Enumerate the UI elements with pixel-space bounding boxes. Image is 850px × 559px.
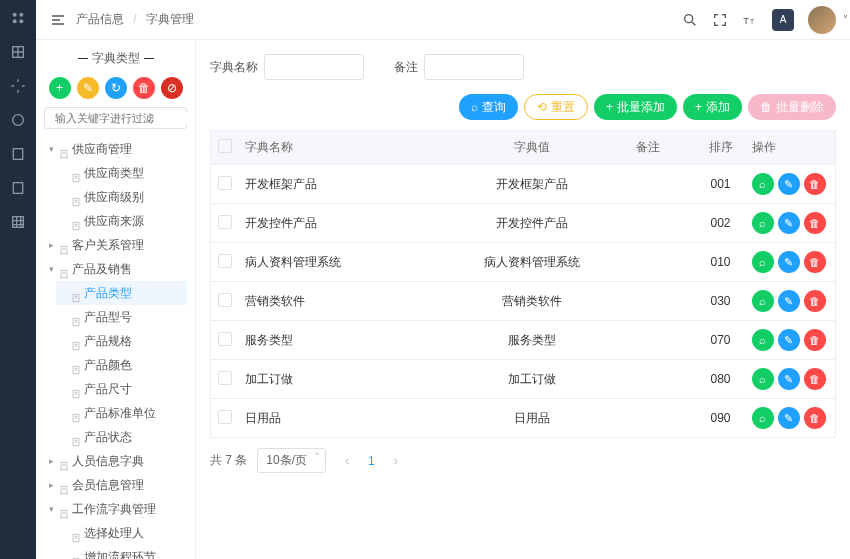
toggle-sidebar-icon[interactable] (50, 12, 66, 28)
add-button[interactable]: +添加 (683, 94, 742, 120)
expand-icon[interactable] (58, 384, 68, 394)
page-next-button[interactable]: › (385, 450, 407, 472)
tree-edit-button[interactable]: ✎ (77, 77, 99, 99)
row-view-button[interactable]: ⌕ (752, 329, 774, 351)
nav-file-icon[interactable] (10, 180, 26, 196)
expand-icon[interactable] (58, 168, 68, 178)
row-edit-button[interactable]: ✎ (778, 290, 800, 312)
breadcrumb-item[interactable]: 产品信息 (76, 12, 124, 26)
row-view-button[interactable]: ⌕ (752, 251, 774, 273)
row-edit-button[interactable]: ✎ (778, 251, 800, 273)
tree-node[interactable]: ▸客户关系管理 (44, 233, 187, 257)
reset-button[interactable]: ⟲重置 (524, 94, 588, 120)
expand-icon[interactable]: ▸ (46, 456, 56, 466)
tree-node[interactable]: ▾产品及销售 (44, 257, 187, 281)
tree-node-label: 会员信息管理 (72, 474, 144, 496)
row-delete-button[interactable]: 🗑 (804, 212, 826, 234)
expand-icon[interactable] (58, 336, 68, 346)
row-checkbox[interactable] (218, 215, 232, 229)
checkbox-all[interactable] (218, 139, 232, 153)
tree-node[interactable]: ▾供应商管理 (44, 137, 187, 161)
row-view-button[interactable]: ⌕ (752, 407, 774, 429)
row-delete-button[interactable]: 🗑 (804, 368, 826, 390)
nav-target-icon[interactable] (10, 78, 26, 94)
nav-grid-icon[interactable] (10, 44, 26, 60)
lang-badge[interactable]: A (772, 9, 794, 31)
fontsize-icon[interactable]: TT (742, 12, 758, 28)
expand-icon[interactable] (58, 192, 68, 202)
row-view-button[interactable]: ⌕ (752, 290, 774, 312)
expand-icon[interactable]: ▾ (46, 264, 56, 274)
row-delete-button[interactable]: 🗑 (804, 173, 826, 195)
batch-delete-button[interactable]: 🗑批量删除 (748, 94, 836, 120)
tree-node[interactable]: 产品规格 (56, 329, 187, 353)
row-view-button[interactable]: ⌕ (752, 212, 774, 234)
tree-node[interactable]: ▸人员信息字典 (44, 449, 187, 473)
doc-icon (71, 288, 81, 298)
tree-node[interactable]: 选择处理人 (56, 521, 187, 545)
tree-node[interactable]: 增加流程环节 (56, 545, 187, 559)
tree-node[interactable]: 供应商级别 (56, 185, 187, 209)
tree-node[interactable]: 产品类型 (56, 281, 187, 305)
expand-icon[interactable] (58, 288, 68, 298)
expand-icon[interactable] (58, 552, 68, 559)
tree-more-button[interactable]: ⊘ (161, 77, 183, 99)
tree-node[interactable]: 产品尺寸 (56, 377, 187, 401)
svg-point-3 (19, 19, 23, 23)
expand-icon[interactable] (58, 408, 68, 418)
expand-icon[interactable] (58, 312, 68, 322)
row-checkbox[interactable] (218, 410, 232, 424)
batch-add-button[interactable]: +批量添加 (594, 94, 677, 120)
tree-filter-input[interactable] (55, 112, 193, 124)
row-checkbox[interactable] (218, 254, 232, 268)
row-edit-button[interactable]: ✎ (778, 173, 800, 195)
nav-circle-icon[interactable] (10, 112, 26, 128)
row-delete-button[interactable]: 🗑 (804, 407, 826, 429)
tree-node[interactable]: ▾工作流字典管理 (44, 497, 187, 521)
expand-icon[interactable]: ▸ (46, 240, 56, 250)
nav-doc-icon[interactable] (10, 146, 26, 162)
filter-name-input[interactable] (264, 54, 364, 80)
search-icon[interactable] (682, 12, 698, 28)
nav-dashboard-icon[interactable] (10, 10, 26, 26)
filter-remark-input[interactable] (424, 54, 524, 80)
nav-table-icon[interactable] (10, 214, 26, 230)
cell-value: 开发框架产品 (434, 165, 630, 204)
page-prev-button[interactable]: ‹ (336, 450, 358, 472)
tree-node[interactable]: 产品状态 (56, 425, 187, 449)
row-view-button[interactable]: ⌕ (752, 173, 774, 195)
row-edit-button[interactable]: ✎ (778, 212, 800, 234)
expand-icon[interactable] (58, 432, 68, 442)
row-checkbox[interactable] (218, 176, 232, 190)
expand-icon[interactable]: ▾ (46, 144, 56, 154)
row-delete-button[interactable]: 🗑 (804, 290, 826, 312)
row-checkbox[interactable] (218, 371, 232, 385)
tree-node[interactable]: 产品颜色 (56, 353, 187, 377)
expand-icon[interactable]: ▾ (46, 504, 56, 514)
page-size-select[interactable]: 10条/页 (257, 448, 326, 473)
fullscreen-icon[interactable] (712, 12, 728, 28)
tree-node[interactable]: 产品标准单位 (56, 401, 187, 425)
expand-icon[interactable] (58, 528, 68, 538)
expand-icon[interactable] (58, 216, 68, 226)
row-checkbox[interactable] (218, 293, 232, 307)
expand-icon[interactable]: ▸ (46, 480, 56, 490)
row-delete-button[interactable]: 🗑 (804, 329, 826, 351)
tree-node[interactable]: ▸会员信息管理 (44, 473, 187, 497)
tree-delete-button[interactable]: 🗑 (133, 77, 155, 99)
query-button[interactable]: ⌕查询 (459, 94, 518, 120)
avatar[interactable] (808, 6, 836, 34)
row-edit-button[interactable]: ✎ (778, 407, 800, 429)
tree-add-button[interactable]: + (49, 77, 71, 99)
page-number[interactable]: 1 (368, 454, 375, 468)
row-edit-button[interactable]: ✎ (778, 368, 800, 390)
tree-refresh-button[interactable]: ↻ (105, 77, 127, 99)
tree-node[interactable]: 供应商类型 (56, 161, 187, 185)
expand-icon[interactable] (58, 360, 68, 370)
tree-node[interactable]: 供应商来源 (56, 209, 187, 233)
row-edit-button[interactable]: ✎ (778, 329, 800, 351)
tree-node[interactable]: 产品型号 (56, 305, 187, 329)
row-checkbox[interactable] (218, 332, 232, 346)
row-view-button[interactable]: ⌕ (752, 368, 774, 390)
row-delete-button[interactable]: 🗑 (804, 251, 826, 273)
